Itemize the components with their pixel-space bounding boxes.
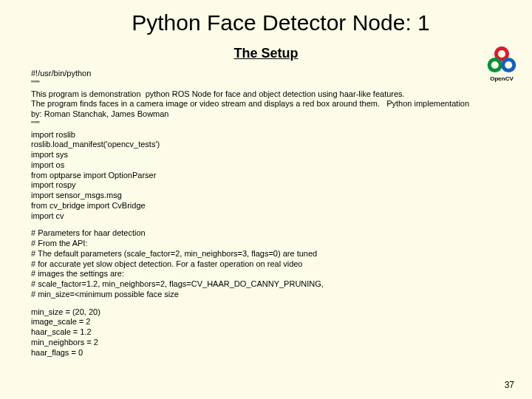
opencv-icon [486,46,517,77]
slide-title: Python Face Detector Node: 1 [0,0,532,35]
opencv-logo: OpenCV [482,46,522,86]
code-params: min_size = (20, 20) image_scale = 2 haar… [0,307,532,358]
slide-subtitle: The Setup [0,46,532,61]
code-imports: #!/usr/bin/python """ This program is de… [0,69,532,221]
opencv-logo-text: OpenCV [490,75,514,82]
page-number: 37 [505,380,514,390]
svg-rect-3 [499,51,505,57]
svg-rect-5 [506,62,512,68]
code-comments: # Parameters for haar detection # From t… [0,228,532,299]
svg-rect-4 [492,62,498,68]
